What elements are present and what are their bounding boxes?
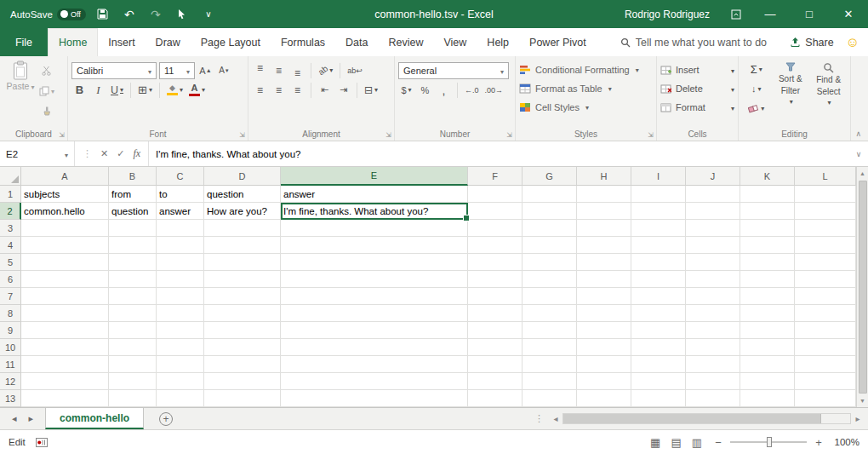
- cell-D5[interactable]: [204, 254, 281, 271]
- column-header-C[interactable]: C: [157, 167, 204, 186]
- select-all-button[interactable]: [0, 167, 21, 186]
- increase-font-button[interactable]: A▲: [197, 62, 214, 79]
- cancel-button[interactable]: ✕: [100, 148, 108, 159]
- cell-A13[interactable]: [21, 390, 109, 407]
- save-button[interactable]: [94, 3, 112, 26]
- cell-L6[interactable]: [795, 271, 856, 288]
- cell-A11[interactable]: [21, 356, 109, 373]
- cell-C13[interactable]: [157, 390, 204, 407]
- cut-button[interactable]: [37, 62, 56, 79]
- cell-J11[interactable]: [686, 356, 740, 373]
- cell-I8[interactable]: [631, 305, 686, 322]
- cell-F2[interactable]: [468, 203, 523, 220]
- cell-G5[interactable]: [523, 254, 577, 271]
- tab-home[interactable]: Home: [48, 28, 98, 56]
- scroll-left-icon[interactable]: ◂: [549, 412, 562, 426]
- cell-I3[interactable]: [631, 220, 686, 237]
- customize-qat-button[interactable]: ∨: [199, 3, 218, 26]
- styles-dialog-launcher-icon[interactable]: ⇲: [648, 131, 654, 139]
- cell-I6[interactable]: [631, 271, 686, 288]
- cell-J6[interactable]: [686, 271, 740, 288]
- clipboard-dialog-launcher-icon[interactable]: ⇲: [59, 131, 65, 139]
- column-header-B[interactable]: B: [109, 167, 157, 186]
- share-button[interactable]: Share: [790, 37, 833, 49]
- cell-F13[interactable]: [468, 390, 523, 407]
- next-sheet-button[interactable]: ▸: [29, 413, 34, 424]
- align-left-button[interactable]: ≡: [252, 82, 268, 99]
- cell-I10[interactable]: [631, 339, 686, 356]
- row-header-4[interactable]: 4: [0, 237, 21, 254]
- cell-K12[interactable]: [740, 373, 795, 390]
- cell-B8[interactable]: [109, 305, 157, 322]
- cell-K13[interactable]: [740, 390, 795, 407]
- cell-F7[interactable]: [468, 288, 523, 305]
- cell-L13[interactable]: [795, 390, 856, 407]
- italic-button[interactable]: I: [90, 82, 106, 99]
- cell-J3[interactable]: [686, 220, 740, 237]
- row-header-10[interactable]: 10: [0, 339, 21, 356]
- cell-J12[interactable]: [686, 373, 740, 390]
- autosum-button[interactable]: Σ: [742, 60, 770, 78]
- cell-B1[interactable]: from: [109, 186, 157, 203]
- ribbon-display-options-button[interactable]: [722, 0, 751, 28]
- cell-E4[interactable]: [281, 237, 468, 254]
- row-header-5[interactable]: 5: [0, 254, 21, 271]
- tab-view[interactable]: View: [433, 28, 477, 56]
- cell-I2[interactable]: [631, 203, 686, 220]
- touch-mode-button[interactable]: [173, 3, 191, 26]
- cell-E7[interactable]: [281, 288, 468, 305]
- bold-button[interactable]: B: [71, 82, 88, 99]
- copy-button[interactable]: [37, 83, 56, 100]
- cell-I9[interactable]: [631, 322, 686, 339]
- cell-C8[interactable]: [157, 305, 204, 322]
- cell-K4[interactable]: [740, 237, 795, 254]
- font-dialog-launcher-icon[interactable]: ⇲: [239, 131, 245, 139]
- cell-B13[interactable]: [109, 390, 157, 407]
- cell-K6[interactable]: [740, 271, 795, 288]
- cell-B7[interactable]: [109, 288, 157, 305]
- cell-G11[interactable]: [523, 356, 577, 373]
- cell-F8[interactable]: [468, 305, 523, 322]
- cell-E2[interactable]: I'm fine, thanks. What about you?: [281, 203, 468, 220]
- cell-D2[interactable]: How are you?: [204, 203, 281, 220]
- cell-G6[interactable]: [523, 271, 577, 288]
- cell-A7[interactable]: [21, 288, 109, 305]
- cell-K5[interactable]: [740, 254, 795, 271]
- autosave-toggle[interactable]: AutoSave Off: [10, 9, 86, 20]
- sort-filter-button[interactable]: Sort & Filter: [772, 60, 808, 117]
- cell-D9[interactable]: [204, 322, 281, 339]
- scroll-right-icon[interactable]: ▸: [851, 412, 865, 426]
- cell-H5[interactable]: [577, 254, 631, 271]
- cell-B9[interactable]: [109, 322, 157, 339]
- cell-F12[interactable]: [468, 373, 523, 390]
- cell-C6[interactable]: [157, 271, 204, 288]
- cell-I13[interactable]: [631, 390, 686, 407]
- feedback-smiley-icon[interactable]: ☺: [846, 35, 859, 50]
- cell-G2[interactable]: [523, 203, 577, 220]
- tab-power-pivot[interactable]: Power Pivot: [519, 28, 597, 56]
- cell-E11[interactable]: [281, 356, 468, 373]
- cell-C11[interactable]: [157, 356, 204, 373]
- font-color-button[interactable]: A: [187, 82, 207, 99]
- tab-formulas[interactable]: Formulas: [271, 28, 335, 56]
- cell-A3[interactable]: [21, 220, 109, 237]
- middle-align-button[interactable]: ≡: [271, 62, 287, 79]
- tell-me-box[interactable]: Tell me what you want to do: [620, 28, 767, 56]
- cell-A5[interactable]: [21, 254, 109, 271]
- zoom-out-button[interactable]: −: [712, 436, 724, 449]
- decrease-indent-button[interactable]: ⇤: [317, 82, 333, 99]
- cell-K2[interactable]: [740, 203, 795, 220]
- column-header-G[interactable]: G: [523, 167, 577, 186]
- cell-G1[interactable]: [523, 186, 577, 203]
- cell-I11[interactable]: [631, 356, 686, 373]
- cell-J10[interactable]: [686, 339, 740, 356]
- tab-file[interactable]: File: [0, 28, 48, 56]
- cell-C3[interactable]: [157, 220, 204, 237]
- prev-sheet-button[interactable]: ◂: [12, 413, 17, 424]
- cell-J1[interactable]: [686, 186, 740, 203]
- column-header-L[interactable]: L: [795, 167, 856, 186]
- row-header-8[interactable]: 8: [0, 305, 21, 322]
- row-header-3[interactable]: 3: [0, 220, 21, 237]
- center-button[interactable]: ≡: [271, 82, 287, 99]
- cell-D11[interactable]: [204, 356, 281, 373]
